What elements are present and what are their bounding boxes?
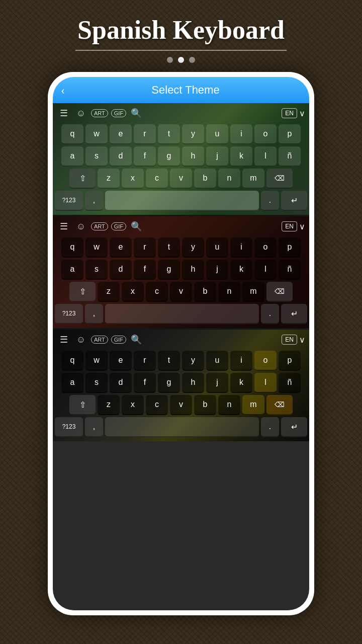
key3-nn[interactable]: ñ [279, 373, 301, 393]
key3-c[interactable]: c [146, 395, 168, 415]
key3-p[interactable]: p [279, 351, 301, 371]
key2-w[interactable]: w [85, 237, 108, 258]
kb2-emoji-icon[interactable]: ☺ [74, 219, 88, 233]
key2-c[interactable]: c [146, 282, 168, 302]
key3-o[interactable]: o [254, 351, 277, 371]
kb2-search-icon[interactable]: 🔍 [129, 219, 143, 233]
key3-l[interactable]: l [254, 373, 277, 393]
key-g[interactable]: g [158, 146, 180, 167]
key2-m[interactable]: m [242, 282, 264, 302]
kb1-art-badge[interactable]: ART [91, 109, 108, 117]
key-l[interactable]: l [254, 146, 277, 167]
key2-period[interactable]: . [261, 304, 279, 324]
key-d[interactable]: d [110, 146, 132, 167]
key-nn[interactable]: ñ [279, 146, 301, 167]
kb1-search-icon[interactable]: 🔍 [129, 106, 143, 120]
key3-t[interactable]: t [158, 351, 180, 371]
key2-shift[interactable]: ⇧ [69, 282, 96, 302]
key-r[interactable]: r [134, 124, 156, 144]
key-m[interactable]: m [242, 169, 264, 189]
key-h[interactable]: h [182, 146, 204, 167]
key-backspace[interactable]: ⌫ [266, 169, 293, 189]
key-comma[interactable]: , [85, 191, 103, 211]
key2-j[interactable]: j [206, 260, 228, 280]
key2-y[interactable]: y [182, 237, 204, 258]
key2-f[interactable]: f [134, 260, 156, 280]
key3-s[interactable]: s [85, 373, 108, 393]
key3-n[interactable]: n [218, 395, 240, 415]
key2-x[interactable]: x [122, 282, 144, 302]
key-enter[interactable]: ↵ [281, 191, 307, 211]
kb1-gif-badge[interactable]: GIF [111, 109, 126, 117]
kb1-menu-icon[interactable]: ☰ [57, 106, 71, 120]
key-v[interactable]: v [170, 169, 192, 189]
keyboards-scroll[interactable]: ☰ ☺ ART GIF 🔍 EN ∨ q w e r [53, 103, 309, 610]
key3-r[interactable]: r [134, 351, 156, 371]
key2-g[interactable]: g [158, 260, 180, 280]
key3-w[interactable]: w [85, 351, 108, 371]
key3-v[interactable]: v [170, 395, 192, 415]
key2-n[interactable]: n [218, 282, 240, 302]
key-num[interactable]: ?123 [55, 191, 83, 211]
key3-e[interactable]: e [110, 351, 132, 371]
dot-2[interactable] [178, 57, 184, 63]
key2-nn[interactable]: ñ [279, 260, 301, 280]
key-q[interactable]: q [61, 124, 83, 144]
dot-1[interactable] [167, 57, 173, 63]
key-p[interactable]: p [279, 124, 301, 144]
key3-j[interactable]: j [206, 373, 228, 393]
key-e[interactable]: e [110, 124, 132, 144]
key3-backspace[interactable]: ⌫ [266, 395, 293, 415]
kb1-emoji-icon[interactable]: ☺ [74, 106, 88, 120]
key3-k[interactable]: k [230, 373, 252, 393]
key2-r[interactable]: r [134, 237, 156, 258]
key3-u[interactable]: u [206, 351, 228, 371]
key2-t[interactable]: t [158, 237, 180, 258]
key3-z[interactable]: z [98, 395, 120, 415]
key-t[interactable]: t [158, 124, 180, 144]
key2-e[interactable]: e [110, 237, 132, 258]
key2-p[interactable]: p [279, 237, 301, 258]
key-shift[interactable]: ⇧ [69, 169, 96, 189]
key2-q[interactable]: q [61, 237, 83, 258]
key-k[interactable]: k [230, 146, 252, 167]
key2-o[interactable]: o [254, 237, 277, 258]
key-n[interactable]: n [218, 169, 240, 189]
key-b[interactable]: b [194, 169, 216, 189]
key2-s[interactable]: s [85, 260, 108, 280]
kb3-emoji-icon[interactable]: ☺ [74, 333, 88, 347]
key2-z[interactable]: z [98, 282, 120, 302]
key2-u[interactable]: u [206, 237, 228, 258]
key3-d[interactable]: d [110, 373, 132, 393]
key2-b[interactable]: b [194, 282, 216, 302]
key2-a[interactable]: a [61, 260, 83, 280]
kb2-art-badge[interactable]: ART [91, 222, 108, 230]
kb1-lang[interactable]: EN ∨ [282, 108, 305, 118]
key-period[interactable]: . [261, 191, 279, 211]
key-space[interactable] [105, 191, 259, 211]
key3-y[interactable]: y [182, 351, 204, 371]
key3-h[interactable]: h [182, 373, 204, 393]
kb3-lang[interactable]: EN ∨ [282, 335, 305, 345]
key2-i[interactable]: i [230, 237, 252, 258]
key-y[interactable]: y [182, 124, 204, 144]
kb3-gif-badge[interactable]: GIF [111, 336, 126, 344]
key2-comma[interactable]: , [85, 304, 103, 324]
key3-g[interactable]: g [158, 373, 180, 393]
key-w[interactable]: w [85, 124, 108, 144]
key3-a[interactable]: a [61, 373, 83, 393]
key3-q[interactable]: q [61, 351, 83, 371]
key3-num[interactable]: ?123 [55, 417, 83, 437]
dot-3[interactable] [189, 57, 195, 63]
key2-l[interactable]: l [254, 260, 277, 280]
key-o[interactable]: o [254, 124, 277, 144]
key3-x[interactable]: x [122, 395, 144, 415]
kb3-menu-icon[interactable]: ☰ [57, 333, 71, 347]
kb2-gif-badge[interactable]: GIF [111, 222, 126, 230]
key-i[interactable]: i [230, 124, 252, 144]
key3-b[interactable]: b [194, 395, 216, 415]
key2-k[interactable]: k [230, 260, 252, 280]
key-s[interactable]: s [85, 146, 108, 167]
kb2-menu-icon[interactable]: ☰ [57, 219, 71, 233]
key3-m[interactable]: m [242, 395, 264, 415]
